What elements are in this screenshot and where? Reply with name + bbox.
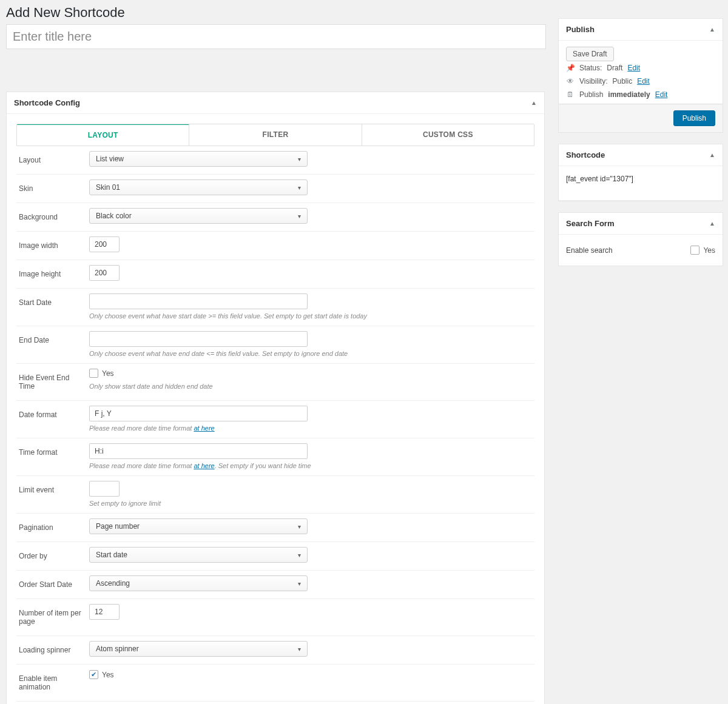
end-date-desc: Only choose event what have end date <= … [89, 350, 534, 357]
checkbox-icon [89, 369, 98, 378]
end-date-input[interactable] [89, 331, 308, 347]
label-hide-end: Hide Event End Time [16, 364, 89, 401]
chevron-down-icon: ▾ [298, 184, 301, 191]
label-order-start-date: Order Start Date [16, 571, 89, 599]
label-limit-event: Limit event [16, 476, 89, 514]
hide-end-checkbox[interactable]: Yes [89, 369, 114, 378]
edit-status-link[interactable]: Edit [627, 64, 640, 72]
toggle-icon[interactable]: ▲ [709, 220, 715, 227]
skin-value: Skin 01 [96, 183, 120, 192]
enable-search-label: Enable search [566, 246, 613, 255]
tab-filter[interactable]: FILTER [189, 124, 362, 146]
enable-anim-cb-label: Yes [102, 671, 114, 679]
edit-publish-link[interactable]: Edit [655, 90, 668, 99]
layout-select[interactable]: List view ▾ [89, 151, 308, 167]
label-image-height: Image height [16, 260, 89, 289]
edit-visibility-link[interactable]: Edit [637, 77, 650, 85]
status-value: Draft [607, 64, 622, 72]
order-by-select[interactable]: Start date ▾ [89, 547, 308, 563]
search-form-title: Search Form [566, 219, 614, 228]
publish-box: Publish ▲ Save Draft 📌 Status: Draft Edi… [558, 18, 723, 133]
publish-value: immediately [608, 90, 650, 99]
label-start-date: Start Date [16, 289, 89, 326]
limit-event-desc: Set empty to ignore limit [89, 500, 534, 507]
label-layout: Layout [16, 146, 89, 175]
save-draft-button[interactable]: Save Draft [566, 47, 614, 61]
start-date-input[interactable] [89, 293, 308, 309]
toggle-icon[interactable]: ▲ [531, 99, 537, 106]
label-pagination: Pagination [16, 514, 89, 542]
toggle-icon[interactable]: ▲ [709, 26, 715, 33]
pagination-select[interactable]: Page number ▾ [89, 518, 308, 534]
chevron-down-icon: ▾ [298, 213, 301, 220]
visibility-label: Visibility: [579, 77, 607, 85]
shortcode-box: Shortcode ▲ [fat_event id="1307"] [558, 144, 723, 201]
eye-icon: 👁 [566, 77, 575, 85]
pin-icon: 📌 [566, 64, 575, 72]
date-format-desc: Please read more date time format at her… [89, 424, 534, 432]
image-height-input[interactable] [89, 265, 120, 281]
chevron-down-icon: ▾ [298, 156, 301, 163]
hide-end-cb-label: Yes [102, 369, 114, 378]
background-value: Black color [96, 212, 132, 220]
tab-layout[interactable]: LAYOUT [17, 124, 189, 146]
calendar-icon: 🗓 [566, 90, 575, 99]
start-date-desc: Only choose event what have start date >… [89, 312, 534, 320]
label-enable-anim: Enable item animation [16, 665, 89, 702]
hide-end-desc: Only show start date and hidden end date [89, 383, 534, 390]
label-loading-spinner: Loading spinner [16, 636, 89, 665]
chevron-down-icon: ▾ [298, 580, 301, 587]
tab-custom-css[interactable]: CUSTOM CSS [362, 124, 534, 146]
skin-select[interactable]: Skin 01 ▾ [89, 179, 308, 195]
image-width-input[interactable] [89, 236, 120, 252]
order-by-value: Start date [96, 551, 127, 559]
toggle-icon[interactable]: ▲ [709, 152, 715, 158]
shortcode-config-box: Shortcode Config ▲ LAYOUT FILTER CUSTOM … [6, 92, 545, 704]
pagination-value: Page number [96, 522, 140, 531]
label-skin: Skin [16, 175, 89, 203]
layout-value: List view [96, 155, 124, 163]
time-format-desc-text: Please read more date time format [89, 462, 194, 469]
date-format-input[interactable] [89, 406, 308, 421]
date-format-link[interactable]: at here [194, 424, 214, 432]
label-order-by: Order by [16, 542, 89, 571]
label-time-format: Time format [16, 438, 89, 476]
label-only-logged: Only display for user logged [16, 702, 89, 705]
search-form-box: Search Form ▲ Enable search Yes [558, 212, 723, 266]
config-tabs: LAYOUT FILTER CUSTOM CSS [16, 124, 534, 146]
limit-event-input[interactable] [89, 481, 120, 497]
status-label: Status: [579, 64, 602, 72]
shortcode-text: [fat_event id="1307"] [559, 166, 723, 200]
publish-button[interactable]: Publish [673, 110, 715, 126]
loading-spinner-select[interactable]: Atom spinner ▾ [89, 641, 308, 657]
time-format-desc: Please read more date time format at her… [89, 462, 534, 469]
chevron-down-icon: ▾ [298, 523, 301, 530]
shortcode-title: Shortcode [566, 150, 605, 159]
page-title: Add New Shortcode [0, 0, 548, 24]
config-box-title: Shortcode Config [14, 98, 80, 107]
label-end-date: End Date [16, 326, 89, 364]
time-format-link[interactable]: at here [194, 462, 214, 469]
enable-search-yes: Yes [703, 246, 715, 255]
label-date-format: Date format [16, 401, 89, 438]
loading-spinner-value: Atom spinner [96, 645, 139, 653]
label-image-width: Image width [16, 232, 89, 260]
title-input[interactable] [6, 24, 546, 49]
enable-anim-checkbox[interactable]: ✔ Yes [89, 670, 114, 679]
order-start-date-value: Ascending [96, 579, 130, 588]
chevron-down-icon: ▾ [298, 646, 301, 652]
chevron-down-icon: ▾ [298, 552, 301, 558]
label-items-per-page: Number of item per page [16, 599, 89, 636]
background-select[interactable]: Black color ▾ [89, 208, 308, 224]
checkbox-icon [690, 246, 699, 255]
publish-label: Publish [579, 90, 603, 99]
items-per-page-input[interactable] [89, 604, 120, 620]
order-start-date-select[interactable]: Ascending ▾ [89, 575, 308, 591]
publish-title: Publish [566, 25, 595, 34]
date-format-desc-text: Please read more date time format [89, 424, 194, 432]
label-background: Background [16, 203, 89, 232]
visibility-value: Public [612, 77, 632, 85]
enable-search-checkbox[interactable]: Yes [690, 246, 715, 255]
checkbox-checked-icon: ✔ [89, 670, 98, 679]
time-format-input[interactable] [89, 443, 308, 459]
